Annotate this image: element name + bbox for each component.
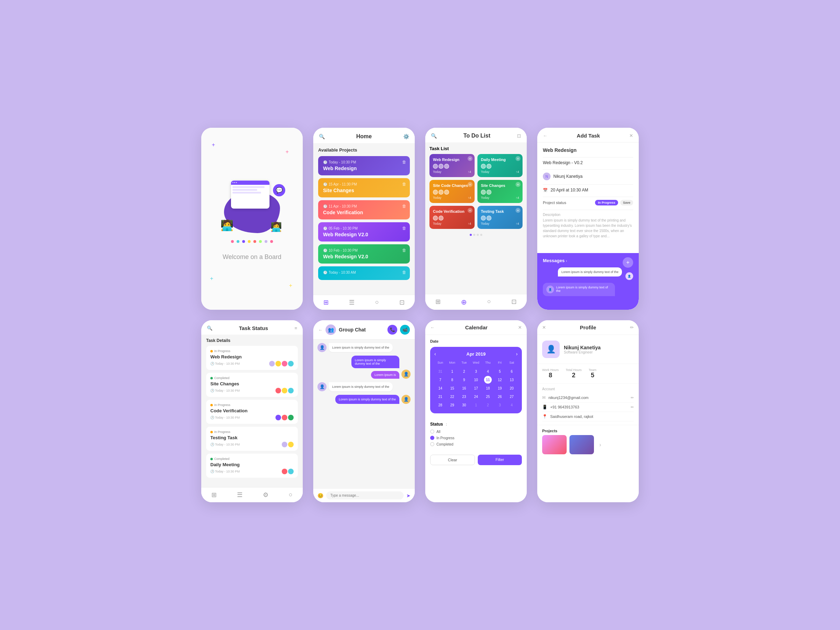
cal-day-may4[interactable]: 4	[508, 401, 516, 409]
cal-day-23[interactable]: 23	[460, 393, 468, 400]
cal-day-20[interactable]: 20	[508, 384, 516, 392]
task-site-changes[interactable]: + Site Changes Today↑4	[477, 180, 523, 203]
cal-day-30[interactable]: 30	[460, 401, 468, 409]
task-site-code[interactable]: + Site Code Changes Today↑4	[429, 180, 475, 203]
cal-day-may3[interactable]: 3	[496, 401, 504, 409]
gc-message-input[interactable]	[326, 491, 404, 499]
project-code-verification[interactable]: 🕐 11 Apr - 10:30 PM Code Verification 🗑	[318, 200, 410, 219]
todo-filter-icon[interactable]: ⊡	[517, 133, 521, 139]
ts-item-1[interactable]: In Progress Web Redesign 🕐 Today - 10:30…	[206, 346, 298, 370]
cal-day-24[interactable]: 24	[472, 393, 480, 400]
cal-day-11[interactable]: 11	[484, 376, 492, 384]
task-add-icon-4[interactable]: +	[516, 182, 521, 187]
radio-all[interactable]	[430, 429, 434, 434]
delete-icon-3[interactable]: 🗑	[402, 204, 406, 208]
ts-nav-settings[interactable]: ⚙	[263, 491, 268, 499]
profile-close-icon[interactable]: ✕	[542, 325, 546, 330]
cal-day-21[interactable]: 21	[436, 393, 444, 400]
project-site-changes[interactable]: 🕐 15 Apr - 11:30 PM Site Changes 🗑	[318, 178, 410, 197]
cal-day-27[interactable]: 27	[508, 393, 516, 400]
cal-day-28[interactable]: 28	[436, 401, 444, 409]
task-add-icon-3[interactable]: +	[467, 182, 472, 187]
cal-day-26[interactable]: 26	[496, 393, 504, 400]
cal-day-8[interactable]: 8	[448, 376, 456, 384]
task-add-icon[interactable]: +	[467, 156, 472, 161]
ts-item-3[interactable]: In Progress Code Verification 🕐 Today - …	[206, 400, 298, 424]
project-web-redesign-v2b[interactable]: 🕐 10 Feb - 10:30 PM Web Redesign V2.0 🗑	[318, 244, 410, 264]
cal-option-inprogress[interactable]: In Progress	[430, 436, 522, 440]
cal-day-4[interactable]: 4	[484, 368, 492, 375]
todo-nav-home[interactable]: ○	[487, 298, 491, 306]
cal-clear-button[interactable]: Clear	[430, 455, 475, 465]
cal-day-14[interactable]: 14	[436, 384, 444, 392]
project-thumb-1[interactable]	[542, 435, 567, 454]
cal-day-may2[interactable]: 2	[484, 401, 492, 409]
save-badge-btn[interactable]: Save	[620, 200, 633, 205]
search-icon[interactable]: 🔍	[319, 134, 325, 139]
gc-send-button[interactable]: ➤	[406, 493, 411, 498]
add-fab-button[interactable]: +	[623, 257, 633, 268]
cal-day-1[interactable]: 1	[448, 368, 456, 375]
gc-emoji-icon[interactable]: 😊	[317, 493, 324, 498]
cal-day-19[interactable]: 19	[496, 384, 504, 392]
cal-day-9[interactable]: 9	[460, 376, 468, 384]
profile-edit-icon[interactable]: ✏	[630, 325, 634, 330]
delete-icon-6[interactable]: 🗑	[402, 270, 406, 275]
task-add-icon-2[interactable]: +	[516, 156, 521, 161]
ts-item-4[interactable]: In Progress Testing Task 🕐 Today - 10:30…	[206, 427, 298, 451]
ts-filter-icon[interactable]: ≡	[294, 325, 297, 331]
cal-filter-button[interactable]: Filter	[478, 455, 522, 465]
project-web-redesign[interactable]: 🕐 Today - 10:30 PM Web Redesign 🗑	[318, 156, 410, 175]
task-add-icon-5[interactable]: +	[467, 208, 472, 213]
ts-nav-list[interactable]: ☰	[237, 491, 243, 499]
ts-nav-grid[interactable]: ⊞	[212, 491, 217, 499]
task-add-icon-6[interactable]: +	[516, 208, 521, 213]
radio-completed[interactable]	[430, 442, 434, 446]
gc-video-button[interactable]: 📹	[400, 325, 410, 335]
ts-nav-more[interactable]: ○	[289, 491, 293, 499]
cal-day-2[interactable]: 2	[460, 368, 468, 375]
cal-back-icon[interactable]: ←	[430, 325, 435, 330]
cal-day-5[interactable]: 5	[496, 368, 504, 375]
back-icon[interactable]: ←	[543, 133, 547, 138]
cal-day-13[interactable]: 13	[508, 376, 516, 384]
task-web-redesign[interactable]: + Web Redesign Today↑4	[429, 154, 475, 177]
cal-day-7[interactable]: 7	[436, 376, 444, 384]
cal-day-16[interactable]: 16	[460, 384, 468, 392]
todo-nav-add[interactable]: ⊕	[461, 298, 467, 306]
ts-item-5[interactable]: Completed Daily Meeting 🕐 Today - 10:30 …	[206, 453, 298, 478]
nav-more-icon[interactable]: ⊡	[399, 298, 404, 306]
gc-call-button[interactable]: 📞	[387, 325, 397, 335]
radio-inprogress[interactable]	[430, 436, 434, 440]
nav-list-icon[interactable]: ☰	[349, 298, 355, 306]
cal-day-17[interactable]: 17	[472, 384, 480, 392]
ts-item-2[interactable]: Completed Site Changes 🕐 Today - 10:30 P…	[206, 373, 298, 397]
cal-day-10[interactable]: 10	[472, 376, 480, 384]
cal-day-22[interactable]: 22	[448, 393, 456, 400]
projects-more-icon[interactable]: ›	[597, 435, 604, 454]
phone-edit-icon[interactable]: ✏	[631, 405, 634, 409]
cal-day-18[interactable]: 18	[484, 384, 492, 392]
delete-icon-2[interactable]: 🗑	[402, 182, 406, 186]
cal-day-mar31[interactable]: 31	[436, 368, 444, 375]
cal-day-15[interactable]: 15	[448, 384, 456, 392]
cal-next-btn[interactable]: ›	[516, 351, 518, 357]
delete-icon[interactable]: 🗑	[402, 159, 406, 164]
gc-back-icon[interactable]: ←	[318, 327, 323, 333]
todo-search-icon[interactable]: 🔍	[431, 133, 437, 139]
cal-close-icon[interactable]: ✕	[518, 325, 522, 330]
close-icon[interactable]: ✕	[629, 133, 633, 138]
task-testing[interactable]: + Testing Task Today↑4	[477, 206, 523, 229]
cal-day-may1[interactable]: 1	[472, 401, 480, 409]
project-web-redesign-v2[interactable]: 🕐 05 Feb - 10:30 PM Web Redesign V2.0 🗑	[318, 222, 410, 242]
cal-option-all[interactable]: All	[430, 429, 522, 434]
cal-day-3[interactable]: 3	[472, 368, 480, 375]
project-thumb-2[interactable]	[570, 435, 594, 454]
cal-day-12[interactable]: 12	[496, 376, 504, 384]
cal-prev-btn[interactable]: ‹	[434, 351, 436, 357]
project-teal[interactable]: 🕐 Today - 10:30 AM 🗑	[318, 266, 410, 280]
todo-nav-more[interactable]: ⊡	[512, 298, 516, 306]
delete-icon-5[interactable]: 🗑	[402, 248, 406, 253]
task-code-verification[interactable]: + Code Verification Today↑4	[429, 206, 475, 229]
cal-day-6[interactable]: 6	[508, 368, 516, 375]
